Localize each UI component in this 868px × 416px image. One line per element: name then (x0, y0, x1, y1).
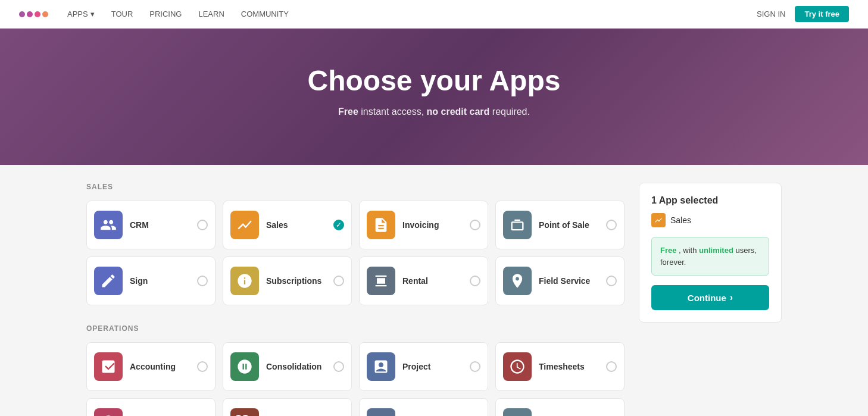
logo[interactable] (19, 11, 48, 17)
crm-checkbox[interactable] (197, 220, 208, 230)
hero-subtitle: Free instant access, no credit card requ… (19, 107, 849, 117)
subscriptions-name: Subscriptions (266, 276, 326, 286)
consolidation-icon (230, 352, 259, 381)
sales-section-label: SALES (86, 183, 625, 191)
operations-section: OPERATIONS Accounting Consolidation (86, 324, 625, 416)
nav-community[interactable]: COMMUNITY (241, 10, 289, 18)
field-service-name: Field Service (539, 276, 599, 286)
sign-in-link[interactable]: SIGN IN (757, 10, 785, 18)
pos-name: Point of Sale (539, 220, 599, 230)
documents-icon (503, 408, 532, 416)
app-card-invoicing[interactable]: Invoicing (359, 201, 488, 249)
helpdesk-icon (94, 408, 123, 416)
rental-checkbox[interactable] (470, 276, 480, 286)
operations-apps-grid: Accounting Consolidation Project (86, 342, 625, 416)
field-service-checkbox[interactable] (606, 276, 617, 286)
navbar-actions: SIGN IN Try it free (757, 6, 849, 22)
app-card-sign[interactable]: Sign (86, 257, 216, 305)
consolidation-checkbox[interactable] (333, 361, 344, 372)
invoicing-icon (367, 211, 395, 239)
selected-app-item: Sales (651, 213, 769, 227)
selected-app-name: Sales (670, 215, 691, 225)
crm-name: CRM (130, 220, 190, 230)
navbar: APPS ▾ TOUR PRICING LEARN COMMUNITY SIGN… (0, 0, 868, 29)
accounting-name: Accounting (130, 362, 190, 371)
sign-checkbox[interactable] (197, 276, 208, 286)
app-card-crm[interactable]: CRM (86, 201, 216, 249)
app-card-helpdesk[interactable]: Helpdesk (86, 398, 216, 416)
nav-pricing[interactable]: PRICING (149, 10, 182, 18)
app-card-consolidation[interactable]: Consolidation (223, 342, 352, 391)
dropdown-arrow-icon: ▾ (90, 10, 95, 18)
sales-apps-grid: CRM Sales ✓ Invoicing (86, 201, 625, 305)
app-card-timesheets[interactable]: Timesheets (495, 342, 625, 391)
timesheets-name: Timesheets (539, 362, 599, 371)
sign-icon (94, 267, 123, 295)
apps-panel: SALES CRM Sales ✓ (86, 183, 625, 416)
app-card-project[interactable]: Project (359, 342, 488, 391)
sales-section: SALES CRM Sales ✓ (86, 183, 625, 305)
app-card-purchase[interactable]: Purchase (359, 398, 488, 416)
accounting-checkbox[interactable] (197, 361, 208, 372)
purchase-icon (367, 408, 395, 416)
selected-app-icon (651, 213, 666, 227)
app-card-rental[interactable]: Rental (359, 257, 488, 305)
selection-header: 1 App selected (651, 195, 769, 206)
project-icon (367, 352, 395, 381)
app-card-accounting[interactable]: Accounting (86, 342, 216, 391)
nav-learn[interactable]: LEARN (198, 10, 224, 18)
chevron-right-icon: › (730, 292, 733, 303)
timesheets-icon (503, 352, 532, 381)
main-content: SALES CRM Sales ✓ (77, 165, 791, 416)
subscriptions-icon (230, 267, 259, 295)
project-name: Project (402, 362, 463, 371)
sales-name: Sales (266, 220, 326, 230)
app-card-sales[interactable]: Sales ✓ (223, 201, 352, 249)
inventory-icon (230, 408, 259, 416)
hero-title: Choose your Apps (19, 64, 849, 97)
app-card-field-service[interactable]: Field Service (495, 257, 625, 305)
sign-name: Sign (130, 276, 190, 286)
selection-box: 1 App selected Sales Free , with unlimit… (639, 183, 782, 323)
free-banner: Free , with unlimited users, forever. (651, 237, 769, 276)
invoicing-checkbox[interactable] (470, 220, 480, 230)
nav-apps[interactable]: APPS ▾ (67, 10, 95, 18)
app-card-documents[interactable]: Documents (495, 398, 625, 416)
app-selected-text: App selected (659, 195, 719, 205)
with-text: , with (679, 246, 699, 255)
field-service-icon (503, 267, 532, 295)
continue-button[interactable]: Continue › (651, 285, 769, 310)
consolidation-name: Consolidation (266, 362, 326, 371)
free-text: Free (660, 246, 676, 255)
rental-icon (367, 267, 395, 295)
sales-checkbox[interactable]: ✓ (333, 220, 344, 230)
project-checkbox[interactable] (470, 361, 480, 372)
pos-icon (503, 211, 532, 239)
crm-icon (94, 211, 123, 239)
nav-tour[interactable]: TOUR (111, 10, 133, 18)
pos-checkbox[interactable] (606, 220, 617, 230)
hero-no-credit-card: no credit card (427, 107, 490, 117)
nav-links: APPS ▾ TOUR PRICING LEARN COMMUNITY (67, 10, 757, 18)
logo-circle-2 (27, 11, 33, 17)
try-free-button[interactable]: Try it free (795, 6, 849, 22)
sidebar-panel: 1 App selected Sales Free , with unlimit… (639, 183, 782, 416)
invoicing-name: Invoicing (402, 220, 463, 230)
hero-free-text: Free (338, 107, 358, 117)
continue-label: Continue (688, 293, 726, 303)
hero-section: Choose your Apps Free instant access, no… (0, 29, 868, 165)
app-card-pos[interactable]: Point of Sale (495, 201, 625, 249)
rental-name: Rental (402, 276, 463, 286)
unlimited-text: unlimited (699, 246, 733, 255)
logo-circle-4 (42, 11, 48, 17)
operations-section-label: OPERATIONS (86, 324, 625, 333)
sales-icon (230, 211, 259, 239)
app-card-inventory[interactable]: Inventory (223, 398, 352, 416)
logo-circle-3 (35, 11, 40, 17)
logo-circle-1 (19, 11, 25, 17)
selected-count: 1 (651, 195, 657, 205)
accounting-icon (94, 352, 123, 381)
subscriptions-checkbox[interactable] (333, 276, 344, 286)
timesheets-checkbox[interactable] (606, 361, 617, 372)
app-card-subscriptions[interactable]: Subscriptions (223, 257, 352, 305)
